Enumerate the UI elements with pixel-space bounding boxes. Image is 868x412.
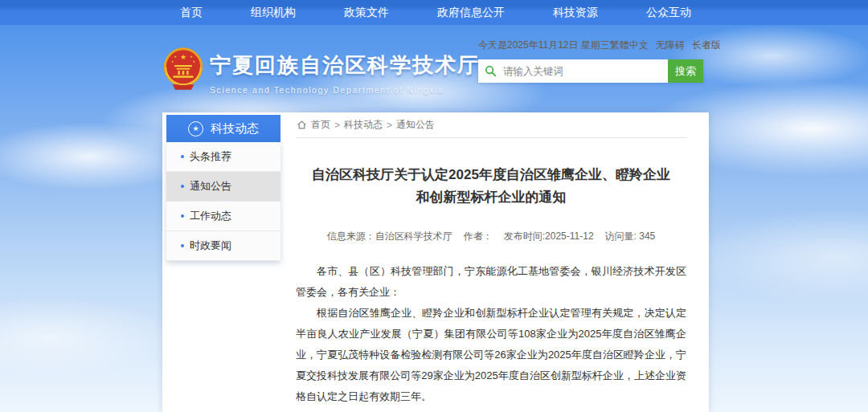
meta-author: 作者： [464,230,493,243]
search-field [478,59,668,83]
sidebar-item-label: 工作动态 [190,209,231,223]
search-bar: 搜索 [478,59,703,83]
meta-source: 信息来源：自治区科学技术厅 [327,230,452,243]
bullet-icon [181,244,184,247]
search-button[interactable]: 搜索 [668,59,703,83]
nav-item-tech-resources[interactable]: 科技资源 [548,0,603,25]
search-input[interactable] [502,65,668,78]
breadcrumb-separator: > [387,120,392,131]
search-icon [485,65,497,77]
top-navigation-items: 首页 组织机构 政策文件 政府信息公开 科技资源 公众互动 [175,0,696,25]
breadcrumb: 首页 > 科技动态 > 通知公告 [296,112,686,138]
sidebar-item-label: 通知公告 [190,179,231,194]
breadcrumb-tech-dynamics[interactable]: 科技动态 [344,118,383,132]
article-content-area: 首页 > 科技动态 > 通知公告 自治区科技厅关于认定2025年度自治区雏鹰企业… [296,112,704,412]
header-utilities: 今天是2025年11月12日 星期三 繁體中文 无障碍 长者版 搜索 [478,39,703,83]
link-traditional-chinese[interactable]: 繁體中文 [610,39,649,52]
site-header: ★ ★ ★ ★ ★ 宁夏回族自治区科学技术厅 Science and Techn… [0,25,868,113]
nav-item-gov-info-disclosure[interactable]: 政府信息公开 [432,0,510,25]
nav-item-policy-documents[interactable]: 政策文件 [339,0,394,25]
article-title: 自治区科技厅关于认定2025年度自治区雏鹰企业、瞪羚企业 和创新型标杆企业的通知 [296,164,686,209]
sidebar-item-notices[interactable]: 通知公告 [166,172,280,202]
article-paragraph: 根据自治区雏鹰企业、瞪羚企业和创新型标杆企业认定管理有关规定，决定认定半亩良人农… [296,303,686,407]
article-paragraph: 各市、县（区）科技管理部门，宁东能源化工基地管委会，银川经济技术开发区管委会，各… [296,261,686,303]
sidebar-item-label: 头条推荐 [190,149,231,164]
sidebar-menu: 头条推荐 通知公告 工作动态 时政要闻 [166,142,280,261]
sidebar: ★ 科技动态 头条推荐 通知公告 工作动态 时政要闻 [166,115,280,261]
breadcrumb-home[interactable]: 首页 [311,118,330,132]
svg-text:★: ★ [192,59,195,63]
main-content-wrapper: ★ 科技动态 头条推荐 通知公告 工作动态 时政要闻 [162,112,709,412]
breadcrumb-separator: > [334,120,340,131]
header-links: 繁體中文 无障碍 长者版 [610,39,721,52]
meta-visits: 访问量: 345 [605,230,656,243]
sidebar-item-political-news[interactable]: 时政要闻 [166,231,280,261]
nav-item-public-interaction[interactable]: 公众互动 [641,0,696,25]
link-accessibility[interactable]: 无障碍 [656,39,685,52]
sidebar-header: ★ 科技动态 [166,115,280,142]
meta-publish-time: 发布时间:2025-11-12 [504,230,594,243]
national-emblem-icon: ★ ★ ★ ★ ★ [163,47,203,92]
article-body: 各市、县（区）科技管理部门，宁东能源化工基地管委会，银川经济技术开发区管委会，各… [296,261,686,407]
svg-text:★: ★ [180,53,186,61]
sidebar-item-headline-recommend[interactable]: 头条推荐 [166,142,280,172]
article-title-line1: 自治区科技厅关于认定2025年度自治区雏鹰企业、瞪羚企业 [296,164,686,186]
top-navigation-bar: 首页 组织机构 政策文件 政府信息公开 科技资源 公众互动 [0,0,868,25]
star-circle-icon: ★ [188,121,203,137]
sidebar-item-label: 时政要闻 [190,239,231,253]
svg-text:★: ★ [190,55,193,59]
bullet-icon [181,155,184,158]
sidebar-item-work-dynamics[interactable]: 工作动态 [166,202,280,231]
sidebar-title: 科技动态 [211,121,259,137]
article-meta: 信息来源：自治区科学技术厅 作者： 发布时间:2025-11-12 访问量: 3… [296,230,686,243]
site-subtitle: Science and Technology Department of Nin… [210,85,480,95]
article-title-line2: 和创新型标杆企业的通知 [296,186,686,209]
header-meta-row: 今天是2025年11月12日 星期三 繁體中文 无障碍 长者版 [478,39,703,52]
home-icon [297,120,307,130]
nav-item-organization[interactable]: 组织机构 [246,0,301,25]
page: 首页 组织机构 政策文件 政府信息公开 科技资源 公众互动 ★ ★ ★ ★ ★ [0,0,868,412]
current-date: 今天是2025年11月12日 星期三 [478,39,610,52]
svg-text:★: ★ [171,59,174,63]
site-title-box: 宁夏回族自治区科学技术厅 Science and Technology Depa… [210,47,480,95]
site-title: 宁夏回族自治区科学技术厅 [210,51,480,80]
bullet-icon [181,185,184,188]
nav-item-home[interactable]: 首页 [175,0,207,25]
bullet-icon [181,214,184,218]
svg-text:★: ★ [174,55,177,59]
site-logo-link[interactable]: ★ ★ ★ ★ ★ 宁夏回族自治区科学技术厅 Science and Techn… [163,47,480,95]
link-elderly-version[interactable]: 长者版 [692,39,721,52]
breadcrumb-notices[interactable]: 通知公告 [396,118,435,132]
